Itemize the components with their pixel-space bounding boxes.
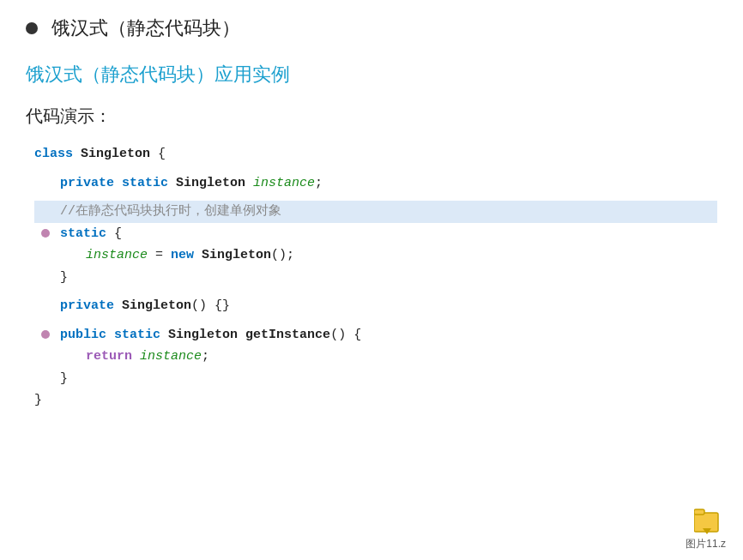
var-instance-3: instance xyxy=(140,346,202,368)
code-line-12: public static Singleton getInstance () { xyxy=(34,324,717,346)
code-line-blank-2 xyxy=(34,194,717,201)
code-line-blank-1 xyxy=(34,166,717,172)
constructor-name: Singleton xyxy=(122,295,191,317)
bullet-text: 饿汉式（静态代码块） xyxy=(51,15,240,41)
code-line-8: } xyxy=(34,267,717,289)
section-title: 饿汉式（静态代码块）应用实例 xyxy=(26,62,717,87)
page-container: 饿汉式（静态代码块） 饿汉式（静态代码块）应用实例 代码演示： class Si… xyxy=(0,0,743,560)
type-singleton: Singleton xyxy=(176,172,245,195)
return-type: Singleton xyxy=(168,324,238,346)
code-line-14: } xyxy=(34,368,717,390)
line-indicator-6 xyxy=(41,229,50,238)
kw-private: private xyxy=(60,172,114,195)
code-line-5: //在静态代码块执行时，创建单例对象 xyxy=(34,201,717,223)
constructor-call: Singleton xyxy=(202,244,271,267)
kw-static-3: static xyxy=(114,324,160,346)
var-instance-2: instance xyxy=(86,244,148,267)
bullet-section: 饿汉式（静态代码块） xyxy=(26,9,717,41)
code-line-blank-4 xyxy=(34,317,717,324)
kw-static: static xyxy=(122,172,168,195)
code-line-3: private static Singleton instance ; xyxy=(34,172,717,195)
code-line-15: } xyxy=(34,389,717,412)
kw-private-2: private xyxy=(60,295,114,317)
file-icon-svg xyxy=(694,506,720,537)
kw-new: new xyxy=(171,244,194,267)
var-instance: instance xyxy=(253,172,315,195)
kw-public: public xyxy=(60,324,106,346)
svg-rect-1 xyxy=(694,509,704,515)
file-label-text: 图片11.z xyxy=(686,537,726,551)
code-line-6: static { xyxy=(34,223,717,245)
line-indicator-12 xyxy=(41,330,50,339)
code-block: class Singleton { private static Singlet… xyxy=(26,143,717,412)
code-line-blank-3 xyxy=(34,288,717,295)
method-getinstance: getInstance xyxy=(245,324,330,346)
code-demo-label: 代码演示： xyxy=(26,105,717,128)
keyword-class: class xyxy=(34,143,73,166)
comment-text: //在静态代码块执行时，创建单例对象 xyxy=(60,201,281,223)
bottom-right-label: 图片11.z xyxy=(686,506,726,551)
class-name-singleton: Singleton xyxy=(81,143,150,166)
code-line-1: class Singleton { xyxy=(34,143,717,166)
code-line-7: instance = new Singleton (); xyxy=(34,244,717,267)
file-icon xyxy=(694,506,718,535)
kw-return: return xyxy=(86,346,132,368)
code-line-10: private Singleton () {} xyxy=(34,295,717,317)
kw-static-2: static xyxy=(60,223,106,245)
code-line-13: return instance ; xyxy=(34,346,717,368)
bullet-dot xyxy=(26,22,38,34)
